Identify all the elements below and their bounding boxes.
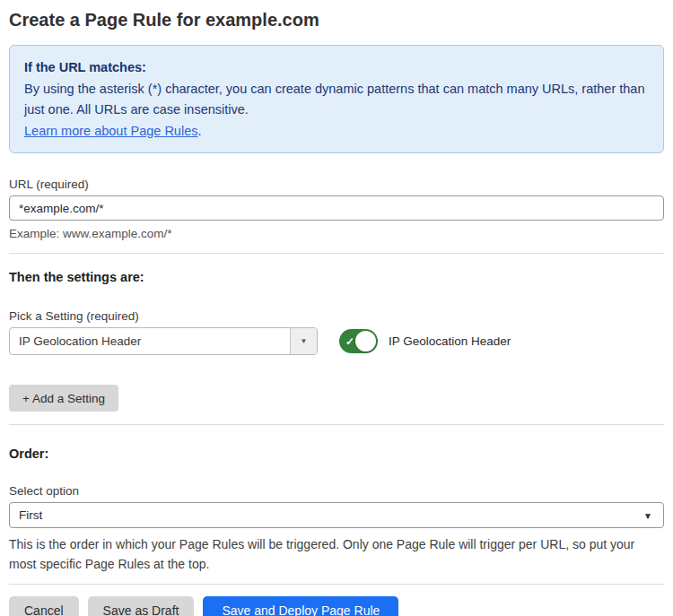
chevron-down-icon: ▼ [643,510,652,520]
setting-dropdown-value: IP Geolocation Header [10,328,290,354]
setting-dropdown[interactable]: IP Geolocation Header ▼ [9,327,318,355]
info-box-body: By using the asterisk (*) character, you… [24,79,649,121]
page-rule-form: Create a Page Rule for example.com If th… [0,0,673,616]
check-icon: ✓ [345,336,354,347]
save-as-draft-button[interactable]: Save as Draft [88,596,195,616]
chevron-down-icon: ▼ [301,337,308,345]
url-field-label: URL (required) [9,177,664,192]
order-select-value: First [19,508,42,522]
divider [9,424,664,425]
toggle-label: IP Geolocation Header [389,334,511,348]
toggle-knob [355,331,376,351]
add-setting-button[interactable]: + Add a Setting [9,385,118,412]
divider [9,584,664,585]
page-title: Create a Page Rule for example.com [9,9,664,30]
info-box-heading: If the URL matches: [24,57,649,79]
settings-section-heading: Then the settings are: [9,269,664,285]
order-select[interactable]: First ▼ [9,502,664,528]
cancel-button[interactable]: Cancel [9,596,79,616]
ip-geolocation-toggle[interactable]: ✓ [339,329,378,353]
setting-dropdown-button[interactable]: ▼ [290,328,317,354]
order-help-text: This is the order in which your Page Rul… [9,534,664,574]
order-select-label: Select option [9,483,664,499]
learn-more-link[interactable]: Learn more about Page Rules [24,124,197,138]
form-actions: Cancel Save as Draft Save and Deploy Pag… [9,596,664,616]
url-match-info-box: If the URL matches: By using the asteris… [9,45,664,153]
url-input[interactable] [9,195,664,221]
setting-picker-label: Pick a Setting (required) [9,308,664,324]
info-box-link-line: Learn more about Page Rules. [24,121,649,143]
order-section-heading: Order: [9,446,664,462]
link-period: . [197,124,201,138]
save-and-deploy-button[interactable]: Save and Deploy Page Rule [203,596,398,616]
url-example-text: Example: www.example.com/* [9,226,664,241]
divider [9,253,664,254]
setting-row: IP Geolocation Header ▼ ✓ IP Geolocation… [9,327,664,355]
